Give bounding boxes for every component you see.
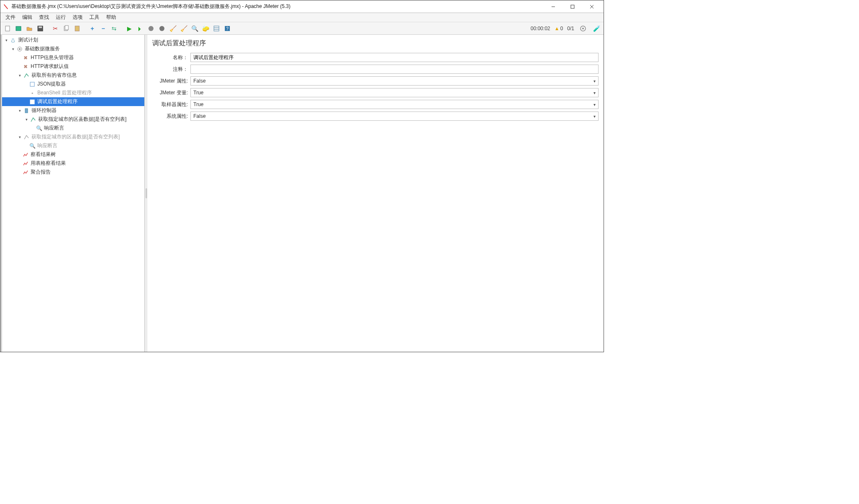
templates-icon[interactable] [14, 24, 23, 33]
svg-rect-5 [16, 26, 21, 31]
tree-label: BeanShell 后置处理程序 [37, 89, 92, 96]
help-icon[interactable]: ? [223, 24, 232, 33]
tree-label: HTTP信息头管理器 [31, 54, 74, 61]
assertion-icon: 🔍 [36, 125, 42, 132]
tree-beanshell-post[interactable]: ▪ BeanShell 后置处理程序 [2, 88, 144, 97]
menu-run[interactable]: 运行 [52, 13, 69, 22]
jmeter-props-label: JMeter 属性: [152, 78, 188, 85]
toggle-icon[interactable]: ▾ [17, 109, 22, 113]
thread-group-icon [16, 46, 23, 52]
app-icon [3, 4, 9, 10]
collapse-icon[interactable]: − [99, 24, 108, 33]
tree-sampler-districts[interactable]: ▾ 获取指定城市的区县数据[是否有空列表] [2, 115, 144, 124]
tree-sampler-provinces[interactable]: ▾ 获取所有的省市信息 [2, 71, 144, 80]
tree-label: 用表格察看结果 [31, 160, 66, 167]
menu-file[interactable]: 文件 [2, 13, 19, 22]
toggle-icon[interactable]: ▾ [4, 38, 9, 42]
comment-input[interactable] [190, 65, 599, 74]
toggle-icon[interactable]: ▾ [10, 47, 16, 51]
menu-options[interactable]: 选项 [69, 13, 86, 22]
minimize-button[interactable] [544, 1, 562, 13]
tree-loop-controller[interactable]: ▾ 循环控制器 [2, 106, 144, 115]
window-controls [544, 1, 601, 13]
tree-thread-group[interactable]: ▾ 基础数据微服务 [2, 44, 144, 53]
tree-json-extractor[interactable]: JSON提取器 [2, 80, 144, 88]
tree-label: HTTP请求默认值 [31, 63, 69, 70]
close-button[interactable] [583, 1, 601, 13]
svg-rect-13 [214, 26, 219, 31]
tree-http-req-defaults[interactable]: ✖ HTTP请求默认值 [2, 62, 144, 71]
shutdown-icon[interactable] [157, 24, 167, 33]
svg-point-11 [148, 26, 154, 31]
stop-icon[interactable] [146, 24, 156, 33]
save-icon[interactable] [36, 24, 45, 33]
test-plan-icon [10, 37, 16, 44]
main-area: ▾ 测试计划 ▾ 基础数据微服务 ✖ HTTP信息头管理器 ✖ HTTP请求默认… [0, 35, 604, 352]
sampler-props-select[interactable]: True [190, 100, 599, 109]
system-props-select[interactable]: False [190, 112, 599, 121]
start-icon[interactable]: ▶ [125, 24, 134, 33]
menu-tools[interactable]: 工具 [86, 13, 103, 22]
function-helper-icon[interactable] [212, 24, 221, 33]
tree-table-results[interactable]: 用表格察看结果 [2, 159, 144, 168]
jmeter-vars-select[interactable]: True [190, 88, 599, 97]
name-input[interactable] [190, 53, 599, 62]
svg-rect-7 [39, 26, 42, 28]
row-sampler-props: 取样器属性: True [152, 100, 599, 109]
tree-http-header-mgr[interactable]: ✖ HTTP信息头管理器 [2, 53, 144, 62]
elapsed-time: 00:00:02 [531, 26, 550, 31]
paste-icon[interactable] [73, 24, 82, 33]
new-icon[interactable] [3, 24, 12, 33]
comment-label: 注释： [152, 66, 188, 73]
tree-label: 循环控制器 [31, 107, 57, 114]
expand-icon[interactable]: + [88, 24, 97, 33]
tree-label: 获取指定城市的区县数据[是否有空列表] [31, 133, 120, 140]
menu-help[interactable]: 帮助 [103, 13, 120, 22]
toggle-icon[interactable]: ▾ [17, 73, 22, 78]
warning-indicator: ▲ 0 [554, 26, 563, 31]
window-title: 基础数据微服务.jmx (C:\Users\user\Desktop\艾莎测试资… [11, 3, 544, 10]
test-plan-tree[interactable]: ▾ 测试计划 ▾ 基础数据微服务 ✖ HTTP信息头管理器 ✖ HTTP请求默认… [2, 35, 145, 352]
search-icon[interactable]: 🔍 [190, 24, 199, 33]
start-no-timers-icon[interactable]: ⏵ [135, 24, 145, 33]
tree-label: 察看结果树 [31, 151, 56, 158]
run-gc-icon[interactable]: 🧪 [592, 24, 601, 33]
toggle-icon[interactable]: ▾ [24, 117, 29, 122]
listener-icon [22, 160, 29, 167]
editor-panel: 调试后置处理程序 名称： 注释： JMeter 属性: False JMeter… [147, 35, 604, 352]
reset-search-icon[interactable]: 🧽 [201, 24, 210, 33]
clear-icon[interactable]: 🧹 [168, 24, 177, 33]
thread-count: 0/1 [567, 26, 574, 31]
svg-rect-22 [30, 82, 34, 86]
tree-test-plan[interactable]: ▾ 测试计划 [2, 36, 144, 44]
tree-response-assertion[interactable]: 🔍 响应断言 [2, 124, 144, 132]
cut-icon[interactable]: ✂ [51, 24, 60, 33]
svg-rect-10 [75, 26, 79, 31]
row-name: 名称： [152, 53, 599, 62]
svg-rect-4 [5, 26, 10, 31]
tree-view-results-tree[interactable]: 察看结果树 [2, 150, 144, 159]
sampler-icon [23, 72, 30, 79]
menu-search[interactable]: 查找 [36, 13, 52, 22]
toggle-icon[interactable]: ▾ [17, 135, 22, 139]
clear-all-icon[interactable]: 🧹 [179, 24, 188, 33]
tree-sampler-districts-disabled[interactable]: ▾ 获取指定城市的区县数据[是否有空列表] [2, 132, 144, 141]
maximize-button[interactable] [563, 1, 582, 13]
svg-point-21 [19, 48, 21, 50]
svg-rect-24 [25, 109, 28, 113]
split-divider[interactable] [145, 35, 147, 352]
panel-title: 调试后置处理程序 [152, 38, 599, 49]
listener-icon [22, 151, 29, 158]
tree-response-assertion-disabled[interactable]: 🔍 响应断言 [2, 141, 144, 150]
menu-edit[interactable]: 编辑 [19, 13, 36, 22]
stoptest-icon[interactable] [578, 24, 588, 33]
tree-debug-post[interactable]: 调试后置处理程序 [2, 97, 144, 106]
tree-label: 测试计划 [18, 36, 38, 44]
toggle-icon[interactable]: ⇆ [109, 24, 119, 33]
copy-icon[interactable] [62, 24, 71, 33]
toolbar-status: 00:00:02 ▲ 0 0/1 🧪 [531, 24, 601, 33]
open-icon[interactable] [25, 24, 34, 33]
jmeter-props-select[interactable]: False [190, 76, 599, 86]
tree-aggregate-report[interactable]: 聚合报告 [2, 168, 144, 177]
svg-rect-9 [65, 26, 68, 30]
